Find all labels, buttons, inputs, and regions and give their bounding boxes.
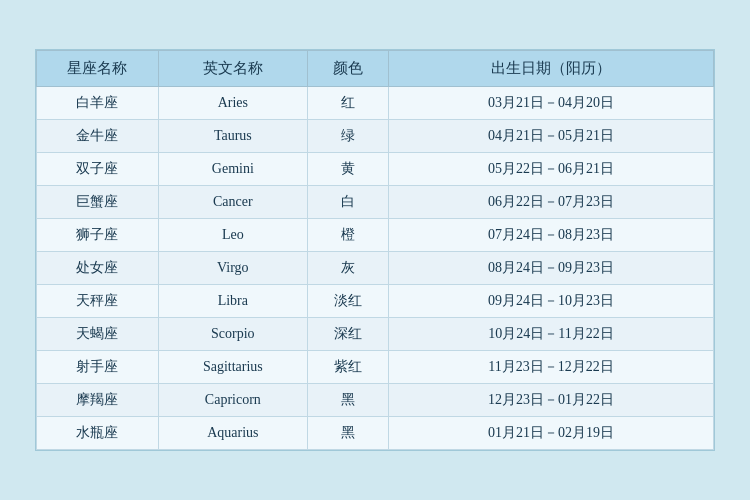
cell-english: Taurus: [158, 120, 307, 153]
table-row: 双子座Gemini黄05月22日－06月21日: [37, 153, 714, 186]
cell-date: 04月21日－05月21日: [389, 120, 714, 153]
header-date: 出生日期（阳历）: [389, 51, 714, 87]
cell-date: 11月23日－12月22日: [389, 351, 714, 384]
table-row: 天蝎座Scorpio深红10月24日－11月22日: [37, 318, 714, 351]
table-row: 巨蟹座Cancer白06月22日－07月23日: [37, 186, 714, 219]
table-row: 金牛座Taurus绿04月21日－05月21日: [37, 120, 714, 153]
cell-date: 07月24日－08月23日: [389, 219, 714, 252]
cell-date: 01月21日－02月19日: [389, 417, 714, 450]
cell-english: Gemini: [158, 153, 307, 186]
cell-color: 橙: [307, 219, 388, 252]
cell-date: 10月24日－11月22日: [389, 318, 714, 351]
cell-chinese: 摩羯座: [37, 384, 159, 417]
cell-english: Cancer: [158, 186, 307, 219]
table-row: 处女座Virgo灰08月24日－09月23日: [37, 252, 714, 285]
cell-chinese: 巨蟹座: [37, 186, 159, 219]
cell-date: 12月23日－01月22日: [389, 384, 714, 417]
cell-chinese: 双子座: [37, 153, 159, 186]
cell-english: Capricorn: [158, 384, 307, 417]
cell-color: 白: [307, 186, 388, 219]
cell-chinese: 天蝎座: [37, 318, 159, 351]
cell-chinese: 狮子座: [37, 219, 159, 252]
table-header-row: 星座名称 英文名称 颜色 出生日期（阳历）: [37, 51, 714, 87]
cell-color: 黑: [307, 384, 388, 417]
cell-color: 黄: [307, 153, 388, 186]
table-row: 狮子座Leo橙07月24日－08月23日: [37, 219, 714, 252]
cell-chinese: 水瓶座: [37, 417, 159, 450]
cell-date: 03月21日－04月20日: [389, 87, 714, 120]
cell-color: 黑: [307, 417, 388, 450]
cell-english: Sagittarius: [158, 351, 307, 384]
cell-date: 05月22日－06月21日: [389, 153, 714, 186]
cell-color: 灰: [307, 252, 388, 285]
cell-color: 绿: [307, 120, 388, 153]
cell-color: 红: [307, 87, 388, 120]
cell-english: Aquarius: [158, 417, 307, 450]
table-row: 摩羯座Capricorn黑12月23日－01月22日: [37, 384, 714, 417]
cell-color: 紫红: [307, 351, 388, 384]
cell-color: 深红: [307, 318, 388, 351]
cell-color: 淡红: [307, 285, 388, 318]
cell-chinese: 处女座: [37, 252, 159, 285]
cell-date: 08月24日－09月23日: [389, 252, 714, 285]
cell-english: Leo: [158, 219, 307, 252]
cell-english: Libra: [158, 285, 307, 318]
zodiac-table: 星座名称 英文名称 颜色 出生日期（阳历） 白羊座Aries红03月21日－04…: [36, 50, 714, 450]
cell-english: Aries: [158, 87, 307, 120]
header-color: 颜色: [307, 51, 388, 87]
table-row: 水瓶座Aquarius黑01月21日－02月19日: [37, 417, 714, 450]
cell-chinese: 白羊座: [37, 87, 159, 120]
cell-date: 09月24日－10月23日: [389, 285, 714, 318]
cell-english: Scorpio: [158, 318, 307, 351]
table-body: 白羊座Aries红03月21日－04月20日金牛座Taurus绿04月21日－0…: [37, 87, 714, 450]
header-chinese: 星座名称: [37, 51, 159, 87]
cell-english: Virgo: [158, 252, 307, 285]
cell-chinese: 射手座: [37, 351, 159, 384]
cell-date: 06月22日－07月23日: [389, 186, 714, 219]
table-row: 白羊座Aries红03月21日－04月20日: [37, 87, 714, 120]
table-row: 天秤座Libra淡红09月24日－10月23日: [37, 285, 714, 318]
header-english: 英文名称: [158, 51, 307, 87]
zodiac-table-container: 星座名称 英文名称 颜色 出生日期（阳历） 白羊座Aries红03月21日－04…: [35, 49, 715, 451]
cell-chinese: 金牛座: [37, 120, 159, 153]
table-row: 射手座Sagittarius紫红11月23日－12月22日: [37, 351, 714, 384]
cell-chinese: 天秤座: [37, 285, 159, 318]
